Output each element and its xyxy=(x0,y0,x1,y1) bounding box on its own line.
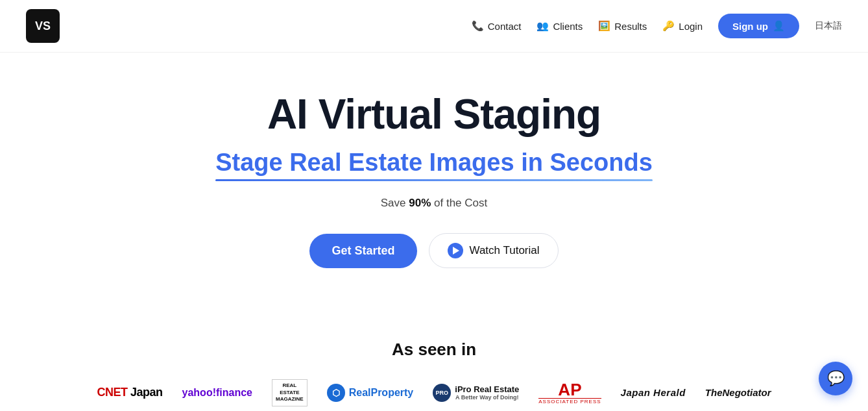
signup-button[interactable]: Sign up 👤 xyxy=(718,14,799,38)
nav-login[interactable]: 🔑 Login xyxy=(662,20,703,32)
japan-herald-logo: Japan Herald xyxy=(621,387,686,398)
as-seen-in-section: As seen in CNET Japan yahoo!finance REAL… xyxy=(0,340,868,411)
login-icon: 🔑 xyxy=(662,20,675,32)
results-icon: 🖼️ xyxy=(598,20,610,32)
play-triangle xyxy=(453,247,459,255)
nav-contact-label: Contact xyxy=(488,21,522,32)
the-negotiator-logo: TheNegotiator xyxy=(705,387,771,398)
nav-clients-label: Clients xyxy=(553,21,583,32)
play-icon xyxy=(448,243,463,258)
logo-text: VS xyxy=(35,19,51,33)
ap-sub: ASSOCIATED PRESS xyxy=(538,398,601,405)
logo-yahoo-finance: yahoo!finance xyxy=(182,387,252,399)
phone-icon: 📞 xyxy=(472,20,484,32)
main-nav: 📞 Contact 👥 Clients 🖼️ Results 🔑 Login S… xyxy=(472,14,842,38)
watch-tutorial-button[interactable]: Watch Tutorial xyxy=(429,233,559,268)
realprop-logo: ⬡ RealProperty xyxy=(327,384,414,402)
clients-icon: 👥 xyxy=(536,20,549,32)
chat-button[interactable]: 💬 xyxy=(819,362,852,395)
logo-ipro: PRO iPro Real Estate A Better Way of Doi… xyxy=(433,384,519,402)
realprop-label: RealProperty xyxy=(349,387,414,399)
real-estate-mag-logo: REALESTATEMAGAZINE xyxy=(272,379,307,406)
signup-icon: 👤 xyxy=(773,20,785,32)
nav-results-label: Results xyxy=(614,21,647,32)
signup-label: Sign up xyxy=(732,21,768,32)
cnet-logo: CNET Japan xyxy=(97,386,163,399)
hero-save-text: Save 90% of the Cost xyxy=(381,197,487,210)
logo-japan-herald: Japan Herald xyxy=(621,387,686,398)
save-prefix: Save xyxy=(381,197,409,209)
hero-title: AI Virtual Staging xyxy=(267,92,601,137)
ap-main: AP xyxy=(558,381,581,398)
ipro-badge: PRO xyxy=(433,384,451,402)
logo-the-negotiator: TheNegotiator xyxy=(705,387,771,398)
get-started-button[interactable]: Get Started xyxy=(309,234,416,268)
yahoo-logo: yahoo!finance xyxy=(182,387,252,399)
header: VS 📞 Contact 👥 Clients 🖼️ Results 🔑 Logi… xyxy=(0,0,868,53)
hero-buttons: Get Started Watch Tutorial xyxy=(309,233,558,268)
nav-contact[interactable]: 📞 Contact xyxy=(472,20,522,32)
language-selector[interactable]: 日本語 xyxy=(815,20,842,32)
get-started-label: Get Started xyxy=(332,244,394,257)
nav-login-label: Login xyxy=(679,21,703,32)
ipro-logo: PRO iPro Real Estate A Better Way of Doi… xyxy=(433,384,519,402)
logos-row: CNET Japan yahoo!finance REALESTATEMAGAZ… xyxy=(26,379,842,406)
logo-ap: AP ASSOCIATED PRESS xyxy=(538,381,601,405)
ap-logo: AP ASSOCIATED PRESS xyxy=(538,381,601,405)
ipro-text: iPro Real Estate A Better Way of Doing! xyxy=(455,384,519,401)
save-suffix: of the Cost xyxy=(431,197,487,209)
save-percent: 90% xyxy=(409,197,431,209)
chat-icon: 💬 xyxy=(827,370,845,387)
logo[interactable]: VS xyxy=(26,9,60,43)
as-seen-in-title: As seen in xyxy=(26,340,842,360)
logo-real-estate-mag: REALESTATEMAGAZINE xyxy=(272,379,307,406)
nav-results[interactable]: 🖼️ Results xyxy=(598,20,647,32)
logo-realproperty: ⬡ RealProperty xyxy=(327,384,414,402)
logo-cnet-japan: CNET Japan xyxy=(97,386,163,399)
hero-subtitle: Stage Real Estate Images in Seconds xyxy=(215,149,653,181)
nav-clients[interactable]: 👥 Clients xyxy=(536,20,583,32)
hero-section: AI Virtual Staging Stage Real Estate Ima… xyxy=(0,53,868,340)
realprop-icon: ⬡ xyxy=(327,384,345,402)
watch-tutorial-label: Watch Tutorial xyxy=(470,244,540,257)
